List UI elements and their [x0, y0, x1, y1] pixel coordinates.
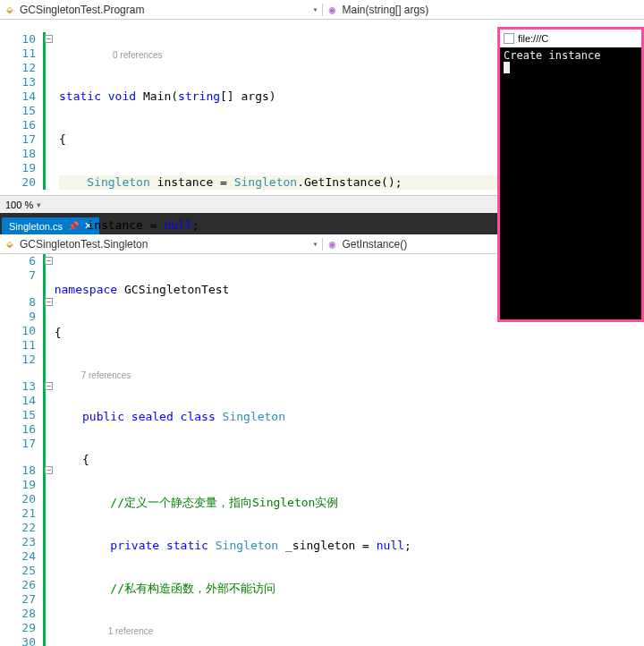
console-title-text: file:///C [518, 33, 548, 44]
method-icon: ◉ [326, 4, 339, 16]
nav-member-dropdown[interactable]: ◉ Main(string[] args) [322, 4, 645, 16]
tab-label: Singleton.cs [9, 221, 63, 232]
console-output: Create instance [500, 47, 641, 78]
chevron-down-icon[interactable]: ▾ [37, 200, 41, 209]
app-icon [504, 33, 514, 44]
line-gutter: 10 11 12 13 14 15 16 17 18 19 20 [0, 20, 43, 195]
codelens-references[interactable]: 1 reference [55, 625, 644, 637]
nav-member-text: Main(string[] args) [343, 4, 429, 16]
fold-column: − [43, 20, 55, 195]
class-icon: ⬙ [4, 238, 16, 251]
breadcrumb-bar-1: ⬙ GCSingletonTest.Program ▾ ◉ Main(strin… [0, 0, 644, 20]
console-window[interactable]: file:///C Create instance [497, 27, 644, 322]
zoom-level[interactable]: 100 % [5, 200, 33, 210]
fold-toggle[interactable]: − [45, 35, 53, 43]
nav-class-text: GCSingletonTest.Program [20, 4, 144, 16]
chevron-down-icon: ▾ [312, 4, 318, 14]
nav-class-dropdown[interactable]: ⬙ GCSingletonTest.Program ▾ [0, 4, 322, 16]
cursor-icon [504, 62, 510, 73]
line-gutter-2: 6 7 8 9 10 11 12 13 14 15 16 17 18 19 20… [0, 254, 43, 646]
codelens-references[interactable]: 7 references [55, 369, 644, 381]
console-titlebar[interactable]: file:///C [500, 30, 641, 47]
fold-column-2: − − − − [43, 254, 51, 646]
class-icon: ⬙ [4, 4, 16, 16]
